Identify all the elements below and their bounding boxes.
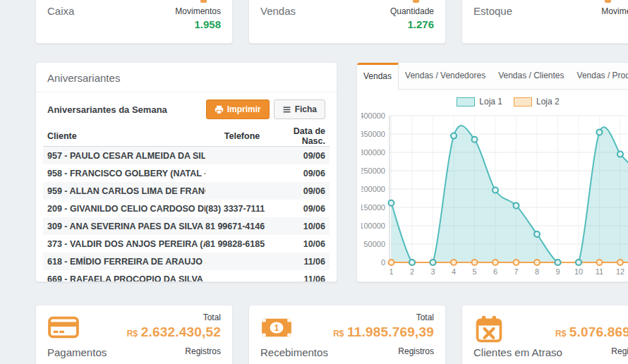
svg-text:9: 9 bbox=[555, 267, 560, 276]
card-clientes-em-atraso: Clientes em Atraso Total R$ 5.076.869 Re… bbox=[461, 305, 628, 364]
calendar-x-icon bbox=[473, 314, 505, 346]
card-title: Vendas bbox=[260, 5, 296, 17]
svg-text:200000: 200000 bbox=[361, 185, 385, 193]
col-cliente: Cliente bbox=[47, 131, 205, 141]
client-cell: 209 - GIVANILDO CELIO CARDOSO DE ... bbox=[47, 204, 205, 214]
col-telefone: Telefone bbox=[205, 131, 279, 141]
svg-text:0: 0 bbox=[381, 258, 385, 267]
sales-panel: VendasVendas / VendedoresVendas / Client… bbox=[356, 62, 628, 282]
birthdate-cell: 09/06 bbox=[279, 151, 325, 161]
table-row: 958 - FRANCISCO GOLBERY (NATAL - RN)09/0… bbox=[43, 164, 330, 182]
card-title: Estoque bbox=[473, 5, 512, 17]
currency-symbol: R$ bbox=[333, 329, 344, 339]
svg-text:12: 12 bbox=[616, 267, 624, 276]
ficha-label: Ficha bbox=[295, 104, 317, 114]
tab-vendas[interactable]: Vendas bbox=[357, 63, 399, 90]
ficha-button[interactable]: Ficha bbox=[274, 99, 325, 119]
birthdate-cell: 09/06 bbox=[279, 204, 325, 214]
phone-cell: 81 99828-6185 bbox=[205, 239, 279, 249]
amount: 5.076.869 bbox=[569, 324, 628, 339]
stat-value: 1.958 bbox=[175, 18, 221, 30]
tab-vendas-produtos[interactable]: Vendas / Produtos bbox=[571, 63, 628, 89]
amount: 2.632.430,52 bbox=[141, 324, 221, 339]
svg-text:100000: 100000 bbox=[361, 222, 385, 230]
phone-cell: 81 99671-4146 bbox=[205, 222, 279, 231]
card-recebimentos: 1 Recebimentos Total R$ 11.985.769,39 Re… bbox=[248, 305, 446, 364]
svg-text:1: 1 bbox=[389, 267, 393, 276]
birthdate-cell: 11/06 bbox=[279, 257, 325, 267]
registros-label: Registros bbox=[185, 346, 221, 356]
aniversariantes-panel: Aniversariantes Aniversariantes da Seman… bbox=[35, 62, 337, 282]
table-row: 957 - PAULO CESAR ALMEIDA DA SILVA09/06 bbox=[43, 147, 330, 164]
stat-label: Quantidade bbox=[390, 6, 434, 16]
table-row: 373 - VALDIR DOS ANJOS PEREIRA (AN...81 … bbox=[43, 235, 330, 253]
chart-legend: Loja 1Loja 2 bbox=[357, 96, 628, 107]
svg-text:11: 11 bbox=[596, 267, 603, 276]
svg-text:350000: 350000 bbox=[361, 130, 385, 138]
registros-label: Registros bbox=[611, 346, 628, 356]
card-title: Caixa bbox=[47, 5, 74, 17]
client-cell: 669 - RAFAELA PROCOPIO DA SILVA CA... bbox=[47, 274, 205, 283]
stat-value: 1.276 bbox=[390, 18, 434, 30]
birthdate-cell: 11/06 bbox=[279, 274, 325, 283]
svg-text:3: 3 bbox=[430, 267, 435, 276]
table-row: 309 - ANA SEVERINA PAES DA SILVA81 99671… bbox=[43, 217, 330, 235]
legend-item[interactable]: Loja 2 bbox=[514, 97, 560, 107]
svg-text:150000: 150000 bbox=[361, 203, 385, 212]
client-cell: 957 - PAULO CESAR ALMEIDA DA SILVA bbox=[47, 151, 205, 161]
tab-vendas-vendedores[interactable]: Vendas / Vendedores bbox=[399, 63, 492, 89]
client-cell: 959 - ALLAN CARLOS LIMA DE FRANÇA bbox=[47, 186, 205, 196]
card-title: Pagamentos bbox=[47, 346, 107, 358]
client-cell: 309 - ANA SEVERINA PAES DA SILVA bbox=[47, 222, 205, 231]
credit-card-icon bbox=[47, 314, 80, 344]
svg-text:7: 7 bbox=[514, 267, 518, 276]
svg-text:2: 2 bbox=[410, 267, 414, 276]
card-pagamentos: Pagamentos Total R$ 2.632.430,52 Registr… bbox=[35, 305, 233, 364]
stat-label: Movimentos bbox=[175, 6, 221, 16]
card-caixa: Caixa Movimentos 1.958 bbox=[35, 0, 233, 44]
svg-text:5: 5 bbox=[472, 267, 476, 276]
money-bill-icon: 1 bbox=[260, 314, 293, 344]
stat-label: Movimentos bbox=[601, 6, 628, 16]
currency-symbol: R$ bbox=[127, 329, 138, 339]
imprimir-button[interactable]: Imprimir bbox=[206, 99, 270, 119]
table-header: Cliente Telefone Data de Nasc. bbox=[43, 126, 330, 147]
sales-chart: 0500001000001500002000002500003000003500… bbox=[361, 111, 628, 282]
legend-swatch bbox=[457, 97, 475, 107]
client-cell: 618 - EMÍDIO FERREIRA DE ARAUJO (P... bbox=[47, 257, 205, 267]
panel-title: Aniversariantes bbox=[36, 63, 337, 92]
card-stat: Movimentos 1.958 bbox=[175, 6, 221, 30]
printer-icon bbox=[215, 105, 224, 114]
phone-cell: (83) 3337-7111 bbox=[205, 204, 279, 214]
birthdate-cell: 09/06 bbox=[279, 169, 325, 178]
svg-text:4: 4 bbox=[452, 267, 456, 276]
total-value: R$ 2.632.430,52 bbox=[127, 324, 221, 340]
table-row: 618 - EMÍDIO FERREIRA DE ARAUJO (P...11/… bbox=[43, 253, 330, 270]
amount: 11.985.769,39 bbox=[347, 324, 434, 339]
total-label: Total bbox=[416, 313, 434, 322]
card-title: Recebimentos bbox=[260, 346, 328, 358]
total-label: Total bbox=[203, 313, 221, 322]
table-row: 959 - ALLAN CARLOS LIMA DE FRANÇA09/06 bbox=[43, 182, 330, 200]
tab-vendas-clientes[interactable]: Vendas / Clientes bbox=[492, 63, 570, 89]
svg-text:8: 8 bbox=[535, 267, 539, 276]
birthdate-cell: 09/06 bbox=[279, 186, 325, 196]
svg-text:300000: 300000 bbox=[361, 148, 385, 157]
col-data-de-nasc: Data de Nasc. bbox=[279, 126, 325, 146]
svg-text:1: 1 bbox=[274, 323, 279, 333]
svg-text:400000: 400000 bbox=[361, 111, 385, 120]
client-cell: 958 - FRANCISCO GOLBERY (NATAL - RN) bbox=[47, 169, 205, 178]
birthdays-table: 957 - PAULO CESAR ALMEIDA DA SILVA09/069… bbox=[43, 147, 330, 282]
total-value: R$ 5.076.869 bbox=[555, 324, 628, 340]
list-icon bbox=[282, 105, 291, 114]
card-stat: Quantidade 1.276 bbox=[390, 6, 434, 30]
svg-text:250000: 250000 bbox=[361, 166, 385, 175]
table-row: 209 - GIVANILDO CELIO CARDOSO DE ...(83)… bbox=[43, 200, 330, 217]
legend-item[interactable]: Loja 1 bbox=[457, 97, 502, 107]
total-value: R$ 11.985.769,39 bbox=[333, 324, 434, 340]
legend-label: Loja 1 bbox=[479, 97, 502, 107]
card-estoque: Estoque Movimentos bbox=[461, 0, 628, 44]
card-title: Clientes em Atraso bbox=[473, 346, 562, 358]
clipped-value-fragment bbox=[605, 0, 611, 3]
birthdate-cell: 10/06 bbox=[279, 239, 325, 249]
